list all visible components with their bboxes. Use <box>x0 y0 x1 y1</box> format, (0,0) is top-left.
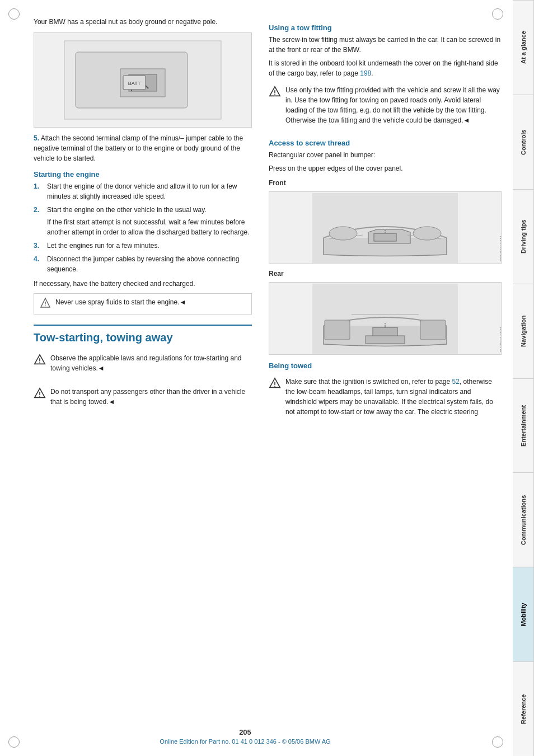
warning-box-1: Observe the applicable laws and regulati… <box>34 350 252 380</box>
warning-icon-2 <box>34 387 46 400</box>
page-footer: 205 Online Edition for Part no. 01 41 0 … <box>0 728 490 745</box>
rear-bumper-diagram: WBC13667A <box>269 282 502 355</box>
being-towed-text: Make sure that the ignition is switched … <box>285 377 502 417</box>
access-p2: Press on the upper edges of the cover pa… <box>269 163 502 173</box>
warning-text-1: Observe the applicable laws and regulati… <box>50 353 252 373</box>
tab-reference[interactable]: Reference <box>513 661 534 756</box>
main-content: Your BMW has a special nut as body groun… <box>0 0 513 756</box>
svg-point-37 <box>274 386 275 387</box>
page-198-link[interactable]: 198 <box>360 69 371 77</box>
access-p1: Rectangular cover panel in bumper: <box>269 150 502 160</box>
svg-rect-22 <box>374 233 396 241</box>
intro-text: Your BMW has a special nut as body groun… <box>34 17 252 27</box>
svg-point-20 <box>274 94 275 95</box>
engine-steps-list: 1. Start the engine of the donor vehicle… <box>34 181 252 274</box>
front-img-watermark: WBC12653A <box>499 236 502 261</box>
warning-box-2: Do not transport any passengers other th… <box>34 383 252 414</box>
svg-point-26 <box>329 227 357 240</box>
tab-controls[interactable]: Controls <box>513 95 534 189</box>
step-4: 4. Disconnect the jumper cables by rever… <box>34 254 252 274</box>
svg-point-17 <box>39 396 40 397</box>
warning-icon-being-towed <box>269 377 281 389</box>
using-tow-p2: It is stored in the onboard tool kit und… <box>269 58 502 78</box>
right-tabs: At a glance Controls Driving tips Naviga… <box>513 0 534 756</box>
note-icon <box>40 297 51 308</box>
tab-communications[interactable]: Communications <box>513 472 534 567</box>
tab-driving-tips[interactable]: Driving tips <box>513 189 534 284</box>
step5-text: 5. Attach the second terminal clamp of t… <box>34 133 252 163</box>
front-label: Front <box>269 179 502 187</box>
svg-rect-31 <box>373 327 397 336</box>
tab-entertainment[interactable]: Entertainment <box>513 378 534 473</box>
note-text: Never use spray fluids to start the engi… <box>55 297 186 307</box>
page-52-link[interactable]: 52 <box>452 378 460 386</box>
note-box: Never use spray fluids to start the engi… <box>34 293 252 314</box>
step-3: 3. Let the engines run for a few minutes… <box>34 241 252 251</box>
warning-icon-1 <box>34 354 46 366</box>
front-bumper-diagram: WBC12653A <box>269 191 502 264</box>
using-tow-title: Using a tow fitting <box>269 24 502 32</box>
svg-text:BATT: BATT <box>128 81 141 86</box>
svg-rect-29 <box>325 320 350 340</box>
svg-rect-33 <box>366 336 405 344</box>
rear-label: Rear <box>269 270 502 278</box>
warning-box-tow: Use only the tow fitting provided with t… <box>269 82 502 132</box>
battery-diagram: – BATT <box>34 32 252 128</box>
starting-engine-title: Starting the engine <box>34 170 252 179</box>
warning-icon-tow <box>269 86 281 98</box>
warning-text-tow: Use only the tow fitting provided with t… <box>285 85 502 125</box>
tab-navigation[interactable]: Navigation <box>513 284 534 378</box>
rear-img-watermark: WBC13667A <box>499 326 502 352</box>
warning-text-2: Do not transport any passengers other th… <box>50 387 252 407</box>
being-towed-title: Being towed <box>269 361 502 370</box>
svg-point-14 <box>39 362 40 363</box>
svg-point-27 <box>413 227 441 240</box>
access-title: Access to screw thread <box>269 139 502 147</box>
footer-text: Online Edition for Part no. 01 41 0 012 … <box>0 738 490 745</box>
svg-rect-30 <box>420 320 446 340</box>
step-1: 1. Start the engine of the donor vehicle… <box>34 181 252 201</box>
step-2-note: If the first start attempt is not succes… <box>47 217 252 237</box>
using-tow-p1: The screw-in tow fitting must always be … <box>269 35 502 55</box>
right-column: Using a tow fitting The screw-in tow fit… <box>269 17 502 427</box>
tab-mobility[interactable]: Mobility <box>513 567 534 661</box>
left-column: Your BMW has a special nut as body groun… <box>34 17 252 427</box>
page-number: 205 <box>0 728 490 736</box>
tow-section-title: Tow-starting, towing away <box>34 325 252 344</box>
svg-point-11 <box>45 306 46 307</box>
battery-check-text: If necessary, have the battery checked a… <box>34 279 252 289</box>
step-2: 2. Start the engine on the other vehicle… <box>34 205 252 215</box>
tab-at-a-glance[interactable]: At a glance <box>513 0 534 95</box>
being-towed-warning: Make sure that the ignition is switched … <box>269 373 502 424</box>
